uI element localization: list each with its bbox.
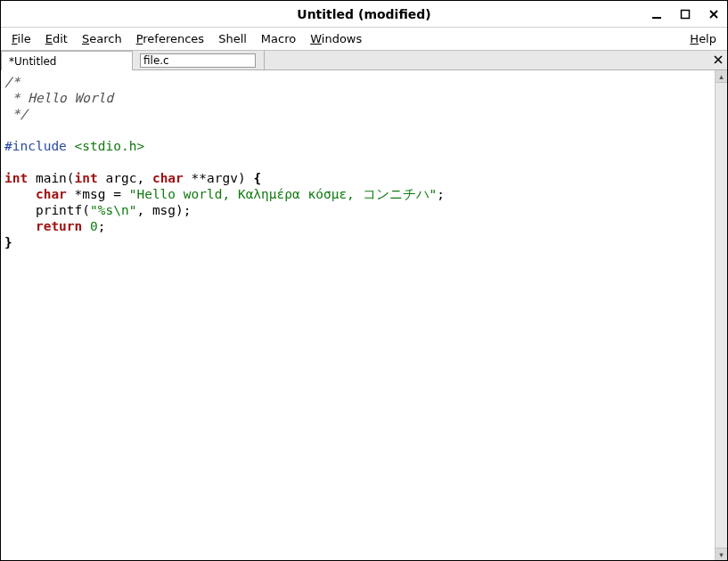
filename-input[interactable] [140,53,256,68]
code-token: char [36,187,67,201]
menu-help[interactable]: Help [683,29,724,48]
code-token: argc, [98,171,152,185]
code-token: <stdio.h> [75,139,145,153]
code-token: char [152,171,184,185]
code-token [82,219,90,233]
menu-shell[interactable]: Shell [211,29,254,48]
code-token: { [253,171,261,185]
menubar: File Edit Search Preferences Shell Macro… [1,28,727,51]
code-line: /* [4,75,20,89]
minimize-button[interactable] [647,4,667,24]
code-token: return [36,219,82,233]
svg-rect-1 [682,10,690,18]
code-token: #include [4,139,75,153]
window-title: Untitled (modified) [297,7,430,21]
code-token: int [75,171,98,185]
menu-edit[interactable]: Edit [38,29,75,48]
code-token [4,187,36,201]
tab-close-icon[interactable] [711,53,725,67]
code-line: */ [4,107,28,121]
editor-wrap: /* * Hello World */ #include <stdio.h> i… [1,70,727,560]
code-token: main( [28,171,74,185]
tab-label: *Untitled [9,55,56,68]
vertical-scrollbar[interactable]: ▴ ▾ [715,70,727,560]
code-line: } [4,235,12,249]
code-token: int [4,171,28,185]
scroll-down-icon[interactable]: ▾ [716,548,727,560]
code-token: ; [437,187,445,201]
close-button[interactable] [704,4,724,24]
code-token: printf( [4,203,90,217]
menu-search[interactable]: Search [75,29,129,48]
tab-filename-input[interactable] [133,51,265,69]
code-token: "%s\n" [90,203,136,217]
code-token [4,219,36,233]
code-line: * Hello World [4,91,113,105]
code-token: 0 [90,219,98,233]
svg-rect-0 [652,17,661,19]
titlebar: Untitled (modified) [1,1,727,28]
tab-untitled[interactable]: *Untitled [1,51,133,70]
menu-windows[interactable]: Windows [303,29,369,48]
menu-preferences[interactable]: Preferences [129,29,211,48]
code-token: **argv) [184,171,254,185]
code-token: , msg); [136,203,191,217]
scroll-up-icon[interactable]: ▴ [716,70,727,83]
code-editor[interactable]: /* * Hello World */ #include <stdio.h> i… [1,70,715,560]
window-controls [647,1,724,27]
code-token: ; [98,219,106,233]
tabbar: *Untitled [1,51,727,70]
maximize-button[interactable] [675,4,695,24]
code-token: *msg = [67,187,129,201]
code-token: "Hello world, Καλημέρα κόσμε, コンニチハ" [129,187,438,201]
menu-macro[interactable]: Macro [254,29,303,48]
menu-file[interactable]: File [4,29,38,48]
